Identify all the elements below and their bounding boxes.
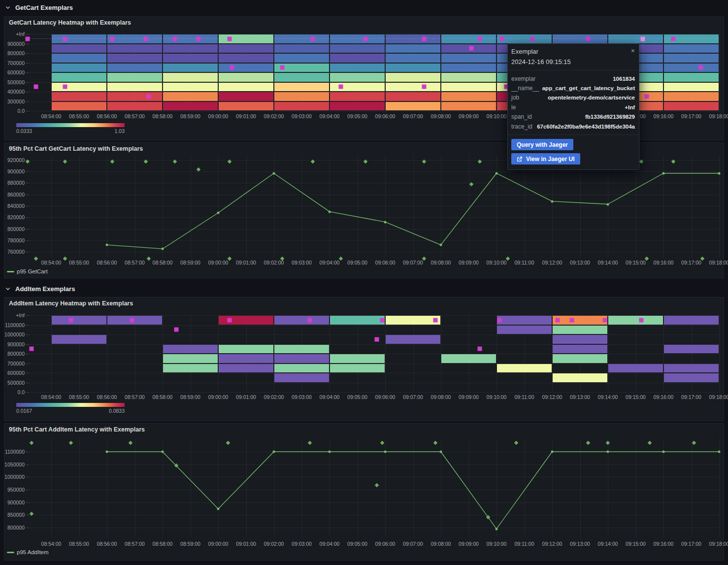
heatmap-cell[interactable] [52,83,106,92]
line-point[interactable] [496,528,498,530]
heatmap-cell[interactable] [274,373,329,382]
heatmap-cell[interactable] [330,102,385,111]
exemplar-marker[interactable] [497,318,501,322]
line-point[interactable] [718,451,721,453]
panel-title[interactable]: 95th Pct Cart AddItem Latency with Exemp… [9,426,145,433]
heatmap-cell[interactable] [52,64,106,72]
heatmap-cell[interactable] [219,64,273,72]
exemplar-marker[interactable] [146,94,151,99]
heatmap-cell[interactable] [441,83,496,92]
heatmap-cell[interactable] [386,335,440,344]
heatmap-cell[interactable] [441,354,496,363]
line-point[interactable] [273,172,275,174]
heatmap-cell[interactable] [52,335,106,344]
heatmap-cell[interactable] [163,64,218,72]
exemplar-marker[interactable] [469,46,474,51]
exemplar-marker[interactable] [280,66,284,70]
exemplar-marker[interactable] [338,85,343,89]
heatmap-cell[interactable] [163,73,218,82]
heatmap-cell[interactable] [553,373,607,382]
query-with-jaeger-button[interactable]: Query with Jaeger [511,139,573,150]
exemplar-marker[interactable] [63,85,67,89]
heatmap-cell[interactable] [274,316,329,325]
heatmap-cell[interactable] [52,44,106,53]
exemplar-marker[interactable] [311,36,315,41]
heatmap-cell[interactable] [608,364,663,373]
exemplar-marker[interactable] [230,66,234,70]
line-point[interactable] [496,172,498,174]
exemplar-marker[interactable] [227,318,232,322]
heatmap-cell[interactable] [274,364,329,373]
heatmap-cell[interactable] [52,102,106,111]
heatmap-cell[interactable] [274,54,329,63]
heatmap-cell[interactable] [219,44,273,53]
heatmap-cell[interactable] [52,73,106,82]
heatmap-cell[interactable] [386,64,440,72]
heatmap-cell[interactable] [664,83,719,92]
exemplar-marker[interactable] [645,94,649,99]
line-point[interactable] [662,172,665,174]
heatmap-cell[interactable] [274,83,329,92]
heatmap-cell[interactable] [219,364,273,373]
heatmap-cell[interactable] [219,102,273,111]
panel-title[interactable]: GetCart Latency Heatmap with Exemplars [9,19,131,26]
heatmap-cell[interactable] [274,102,329,111]
heatmap-cell[interactable] [330,354,385,363]
exemplar-marker[interactable] [174,328,179,332]
panel-title[interactable]: AddItem Latency Heatmap with Exemplars [9,300,133,307]
heatmap-cell[interactable] [330,64,385,72]
series-legend-label[interactable]: p95 AddItem [17,549,49,555]
heatmap-cell[interactable] [664,54,719,63]
heatmap-cell[interactable] [664,373,719,382]
heatmap-cell[interactable] [163,44,218,53]
heatmap-cell[interactable] [107,73,162,82]
line-point[interactable] [273,451,275,453]
exemplar-marker[interactable] [478,347,482,351]
exemplar-marker[interactable] [375,337,379,341]
exemplar-marker[interactable] [144,36,148,41]
heatmap-cell[interactable] [163,364,218,373]
heatmap-cell[interactable] [107,92,162,101]
view-in-jaeger-button[interactable]: View in Jaeger UI [511,153,580,165]
heatmap-cell[interactable] [497,316,552,325]
heatmap-cell[interactable] [386,83,440,92]
heatmap-cell[interactable] [664,92,719,101]
heatmap-cell[interactable] [274,73,329,82]
exemplar-marker[interactable] [422,85,427,89]
heatmap-cell[interactable] [441,102,496,111]
series-legend-swatch[interactable] [7,271,14,272]
line-point[interactable] [162,248,164,250]
heatmap-cell[interactable] [386,73,440,82]
line-point[interactable] [662,451,665,453]
heatmap-cell[interactable] [664,102,719,111]
heatmap-cell[interactable] [497,364,552,373]
line-point[interactable] [217,211,220,214]
exemplar-marker[interactable] [227,36,232,41]
heatmap-cell[interactable] [274,354,329,363]
heatmap-cell[interactable] [107,83,162,92]
heatmap-cell[interactable] [274,44,329,53]
exemplar-marker[interactable] [380,318,385,322]
line-point[interactable] [551,451,554,453]
heatmap-cell[interactable] [163,83,218,92]
section-row-getcart[interactable]: GetCart Exemplars [5,2,73,13]
heatmap-cell[interactable] [441,64,496,72]
exemplar-marker[interactable] [639,318,643,322]
heatmap-cell[interactable] [553,316,607,325]
heatmap-cell[interactable] [163,54,218,63]
heatmap-cell[interactable] [664,64,719,72]
heatmap-cell[interactable] [553,345,607,354]
heatmap-cell[interactable] [441,92,496,101]
heatmap-cell[interactable] [386,44,440,53]
line-point[interactable] [384,451,387,453]
panel-title[interactable]: 95th Pct Cart GetCart Latency with Exemp… [9,145,143,152]
exemplar-marker[interactable] [640,36,645,41]
heatmap-cell[interactable] [107,54,162,63]
heatmap-cell[interactable] [330,44,385,53]
heatmap-cell[interactable] [664,364,719,373]
exemplar-marker[interactable] [586,36,591,41]
exemplar-marker[interactable] [130,318,134,322]
heatmap-cell[interactable] [274,345,329,354]
heatmap-cell[interactable] [219,54,273,63]
exemplar-marker[interactable] [364,36,368,41]
